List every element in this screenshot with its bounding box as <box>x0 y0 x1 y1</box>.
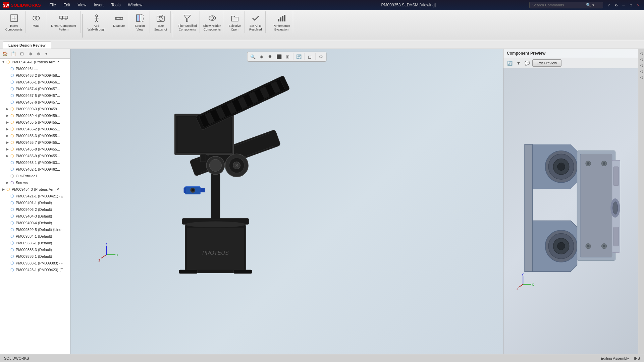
tree-item-icon: ⬡ <box>9 260 15 266</box>
tree-item-item23[interactable]: ⬡PM009399-5 (Default) {Line <box>0 226 70 233</box>
vp-settings-btn[interactable]: ⚙ <box>317 53 325 61</box>
tree-item-item25[interactable]: ⬡PM009385-1 (Default) <box>0 240 70 246</box>
toolbar-selective-open[interactable]: SelectiveOpen <box>225 11 245 33</box>
preview-chevron-btn[interactable]: ▼ <box>515 59 522 67</box>
tree-item-item26[interactable]: ⬡PM009385-3 (Default) <box>0 246 70 253</box>
tree-item-icon: ⬡ <box>9 173 15 179</box>
feature-tree-sidebar: 🏠 📋 ⊞ ⊕ ⊗ ▼ ▼⬡PM009454-1 (Proteus Arm P⬡… <box>0 49 70 354</box>
tree-item-item17[interactable]: ⬡Cut-Extrude1 <box>0 173 70 179</box>
tree-item-item13[interactable]: ▶⬡PM009455-8 (PM009455... <box>0 146 70 153</box>
tree-item-item10[interactable]: ▶⬡PM009455-2 (PM009455... <box>0 126 70 132</box>
tree-item-item11[interactable]: ▶⬡PM009455-3 (PM009455... <box>0 132 70 139</box>
toolbar-measure[interactable]: Measure <box>109 11 129 29</box>
sidebar-filter[interactable]: ▼ <box>43 51 49 56</box>
svg-point-54 <box>209 159 221 171</box>
svg-text:»: » <box>235 162 238 168</box>
toolbar-mate[interactable]: Mate <box>26 11 46 29</box>
snapshot-label: TakeSnapshot <box>154 24 167 32</box>
tree-item-item29[interactable]: ⬡PM009423-1 (PM009423) {E <box>0 266 70 273</box>
search-input[interactable] <box>532 3 586 7</box>
preview-chat-btn[interactable]: 💬 <box>524 59 531 67</box>
toolbar-show-hidden[interactable]: Show HiddenComponents <box>201 11 224 33</box>
tree-item-icon: ⬡ <box>9 254 15 259</box>
viewport-3d[interactable]: 🔍 ⊕ 👁 ⬛ ⊞ 🔄 ◻ ⚙ PROTEUS <box>70 49 503 354</box>
sidebar-list-btn[interactable]: 📋 <box>10 50 17 57</box>
svg-line-73 <box>101 255 106 258</box>
tab-large-design-review[interactable]: Large Design Review <box>3 42 51 49</box>
tree-item-item20[interactable]: ⬡PM009406-2 (Default) <box>0 206 70 213</box>
edge-tab-4[interactable]: ◁ <box>639 68 644 74</box>
tree-item-root2[interactable]: ▶⬡PM009454-3 (Proteus Arm P <box>0 186 70 193</box>
edge-tab-5[interactable]: ◁ <box>639 74 644 80</box>
toolbar-walkthrough[interactable]: AddWalk-through <box>85 11 108 33</box>
vp-orient-btn[interactable]: 🔄 <box>295 53 303 61</box>
chevron-down-icon: ▼ <box>592 3 595 7</box>
menu-window[interactable]: Window <box>124 1 146 9</box>
tree-item-item22[interactable]: ⬡PM009400-4 (Default) <box>0 220 70 226</box>
menu-file[interactable]: File <box>46 1 59 9</box>
menu-tools[interactable]: Tools <box>108 1 124 9</box>
tree-item-label: PM009464-... <box>16 67 38 71</box>
exit-preview-button[interactable]: Exit Preview <box>532 59 561 67</box>
vp-grid-btn[interactable]: ⊞ <box>284 53 292 61</box>
tree-container: ▼⬡PM009454-1 (Proteus Arm P⬡PM009464-...… <box>0 59 70 273</box>
vp-cube-btn[interactable]: ⬛ <box>275 53 283 61</box>
close-button[interactable]: ✕ <box>635 2 641 8</box>
tree-item-item18[interactable]: ⬡PM009421-1 (PM009421) {E <box>0 193 70 199</box>
edge-tab-2[interactable]: ◁ <box>639 56 644 62</box>
tree-item-root[interactable]: ▼⬡PM009454-1 (Proteus Arm P <box>0 59 70 65</box>
tree-item-item9[interactable]: ▶⬡PM009455-5 (PM009455... <box>0 119 70 126</box>
svg-text:SW: SW <box>3 3 9 7</box>
toolbar-filter-modified[interactable]: Filter ModifiedComponents <box>175 11 200 33</box>
tree-item-item2[interactable]: ⬡PM009458-2 (PM009458... <box>0 72 70 79</box>
toolbar-performance[interactable]: PerformanceEvaluation <box>270 11 293 33</box>
maximize-button[interactable]: □ <box>628 2 634 8</box>
tree-item-item12[interactable]: ▶⬡PM009455-7 (PM009455... <box>0 139 70 146</box>
tree-item-item3[interactable]: ⬡PM009456-1 (PM009456... <box>0 79 70 85</box>
tree-item-item19[interactable]: ⬡PM009401-1 (Default) <box>0 199 70 206</box>
toolbar-snapshot[interactable]: TakeSnapshot <box>151 11 171 33</box>
edge-tab-1[interactable]: ◁ <box>639 50 644 56</box>
tree-item-item28[interactable]: ⬡PM009383-1 (PM009383) {F <box>0 260 70 266</box>
vp-target-btn[interactable]: ⊕ <box>258 53 266 61</box>
menu-view[interactable]: View <box>74 1 90 9</box>
tree-item-screws[interactable]: ▶⬡Screws <box>0 179 70 186</box>
tree-item-icon: ⬡ <box>9 267 15 273</box>
help-icon[interactable]: ? <box>606 2 612 8</box>
tree-item-item15[interactable]: ⬡PM009463-1 (PM009463... <box>0 159 70 166</box>
tree-item-item24[interactable]: ⬡PM009384-1 (Default) <box>0 233 70 240</box>
menu-insert[interactable]: Insert <box>90 1 107 9</box>
tree-item-label: PM009386-1 (Default) <box>16 254 52 258</box>
toolbar-linear-pattern[interactable]: Linear Component Pattern <box>47 11 80 33</box>
tree-item-icon: ⬡ <box>9 140 15 145</box>
tree-item-item14[interactable]: ▶⬡PM009455-9 (PM009455... <box>0 153 70 159</box>
toolbar-insert-components[interactable]: InsertComponents <box>3 11 25 33</box>
sidebar-home-btn[interactable]: 🏠 <box>1 50 9 57</box>
sidebar-minus-btn[interactable]: ⊗ <box>35 50 42 57</box>
tree-item-item5[interactable]: ⬡PM009457-5 (PM009457... <box>0 92 70 99</box>
filter-icon: ▼ <box>45 52 48 56</box>
toolbar-section-view[interactable]: SectionView <box>130 11 150 33</box>
tree-item-item6[interactable]: ⬡PM009457-6 (PM009457... <box>0 99 70 106</box>
preview-rotate-btn[interactable]: 🔄 <box>506 59 514 67</box>
sidebar-grid-btn[interactable]: ⊞ <box>18 50 25 57</box>
svg-rect-48 <box>200 154 206 162</box>
toolbar-set-resolved[interactable]: Set All toResolved <box>246 11 266 33</box>
tree-item-item21[interactable]: ⬡PM009404-3 (Default) <box>0 213 70 220</box>
edge-tab-3[interactable]: ◁ <box>639 62 644 68</box>
tree-item-item7[interactable]: ▶⬡PM009399-3 (PM009459... <box>0 106 70 112</box>
tree-item-item27[interactable]: ⬡PM009386-1 (Default) <box>0 253 70 260</box>
vp-search-btn[interactable]: 🔍 <box>249 53 257 61</box>
tree-item-item8[interactable]: ▶⬡PM009459-4 (PM009459... <box>0 112 70 119</box>
vp-display-btn[interactable]: ◻ <box>306 53 314 61</box>
tree-item-item16[interactable]: ⬡PM009462-1 (PM009462... <box>0 166 70 173</box>
tree-item-item4[interactable]: ⬡PM009457-4 (PM009457... <box>0 85 70 92</box>
settings-icon[interactable]: ⚙ <box>613 2 619 8</box>
sidebar-plus-btn[interactable]: ⊕ <box>26 50 34 57</box>
app-name: SOLIDWORKS <box>11 3 41 8</box>
menu-edit[interactable]: Edit <box>60 1 74 9</box>
minimize-button[interactable]: ─ <box>621 2 627 8</box>
tree-item-item1[interactable]: ⬡PM009464-... <box>0 65 70 72</box>
search-area[interactable]: 🔍 ▼ <box>529 2 603 8</box>
vp-eye-btn[interactable]: 👁 <box>266 53 274 61</box>
